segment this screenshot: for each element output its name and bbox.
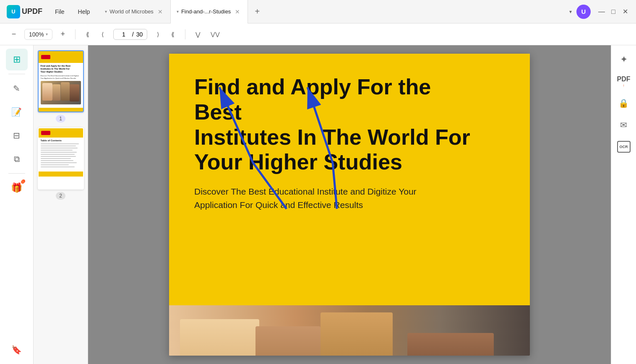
sidebar-icon-copy[interactable]: ⧉ xyxy=(6,148,28,170)
first-page-button[interactable]: ⟪ xyxy=(81,27,95,42)
thumb-logo-1 xyxy=(41,55,50,59)
right-icon-ai[interactable]: ✦ xyxy=(615,50,633,69)
scroll-down-button[interactable]: ⋁ xyxy=(190,27,205,42)
thumb-number-2: 2 xyxy=(56,192,65,200)
file-menu[interactable]: File xyxy=(49,6,70,18)
right-icon-convert-pdf[interactable]: PDF ↑ xyxy=(615,72,633,91)
thumb-frame-1[interactable]: Find and Apply for the Best Institutes I… xyxy=(38,50,84,112)
thumb-logo-2 xyxy=(41,131,50,135)
students-photo xyxy=(169,305,530,356)
thumb-image-1 xyxy=(41,81,81,104)
collapse-tabs-button[interactable]: ▾ xyxy=(566,8,575,16)
thumbnail-panel: Find and Apply for the Best Institutes I… xyxy=(34,45,88,364)
sidebar-divider-1 xyxy=(8,74,25,74)
right-icon-ocr[interactable]: OCR xyxy=(615,138,633,156)
toolbar-separator-1 xyxy=(75,29,76,39)
menu-bar: File Help xyxy=(49,6,96,18)
tab-label: World of Microbes xyxy=(109,8,154,15)
zoom-out-button[interactable]: − xyxy=(7,27,21,42)
toolbar: − 100% ▾ + ⟪ ⟨ / 30 ⟩ ⟪ ⋁ ⋁⋁ xyxy=(0,23,636,45)
pdf-image-area xyxy=(169,305,530,356)
toolbar-separator-2 xyxy=(185,29,185,39)
tab-world-of-microbes[interactable]: ▾ World of Microbes ✕ xyxy=(99,0,171,23)
thumb-toc-lines xyxy=(41,143,81,167)
zoom-dropdown-arrow: ▾ xyxy=(46,32,48,36)
updf-logo-text: UPDF xyxy=(22,7,42,16)
zoom-level-display[interactable]: 100% ▾ xyxy=(24,29,52,40)
last-page-button[interactable]: ⟪ xyxy=(166,27,180,42)
sidebar-icon-annotate[interactable]: 📝 xyxy=(6,101,28,123)
sidebar-icon-organize[interactable]: ⊟ xyxy=(6,125,28,146)
tab-dropdown-arrow-2: ▾ xyxy=(177,9,179,14)
minimize-button[interactable]: — xyxy=(597,8,606,16)
next-page-button[interactable]: ⟩ xyxy=(151,27,165,42)
pdf-page-content: Find and Apply For the Best Institutes I… xyxy=(169,54,530,305)
sidebar-icon-gift[interactable]: 🎁 xyxy=(6,177,28,199)
right-icon-email[interactable]: ✉ xyxy=(615,116,633,134)
sidebar-icon-thumbnail[interactable]: ⊞ xyxy=(6,49,28,70)
thumbnail-item-2: Table of Contents xyxy=(37,127,84,200)
thumb-frame-2[interactable]: Table of Contents xyxy=(38,127,84,190)
sidebar-icon-bookmark[interactable]: 🔖 xyxy=(6,339,28,361)
scroll-end-button[interactable]: ⋁⋁ xyxy=(208,27,222,42)
window-controls: U — □ ✕ xyxy=(576,5,636,19)
updf-logo: U UPDF xyxy=(0,5,49,18)
left-sidebar: ⊞ ✎ 📝 ⊟ ⧉ 🎁 🔖 xyxy=(0,45,34,364)
user-avatar[interactable]: U xyxy=(576,5,591,19)
main-content: ⊞ ✎ 📝 ⊟ ⧉ 🎁 🔖 xyxy=(0,45,636,364)
sidebar-divider-2 xyxy=(8,173,25,174)
updf-logo-icon: U xyxy=(7,5,20,18)
maximize-button[interactable]: □ xyxy=(609,8,618,16)
page-navigation: ⟪ ⟨ xyxy=(81,27,110,42)
prev-page-button[interactable]: ⟨ xyxy=(96,27,110,42)
page-navigation-next: ⟩ ⟪ xyxy=(151,27,180,42)
tab-label-2: Find-and-...r-Studies xyxy=(181,8,231,15)
help-menu[interactable]: Help xyxy=(72,6,96,18)
close-button[interactable]: ✕ xyxy=(621,8,629,16)
page-input-area: / 30 xyxy=(113,29,147,40)
current-page-input[interactable] xyxy=(118,31,130,38)
tabs-area: ▾ World of Microbes ✕ ▾ Find-and-...r-St… xyxy=(99,0,566,23)
page-separator: / xyxy=(132,31,134,38)
zoom-value: 100% xyxy=(29,31,44,38)
title-bar: U UPDF File Help ▾ World of Microbes ✕ ▾… xyxy=(0,0,636,23)
thumb-toc-title: Table of Contents xyxy=(41,139,81,142)
sidebar-icon-edit[interactable]: ✎ xyxy=(6,78,28,99)
new-tab-button[interactable]: + xyxy=(250,4,265,19)
tab-close-button[interactable]: ✕ xyxy=(156,8,164,16)
gift-badge xyxy=(22,179,25,183)
pdf-main-title: Find and Apply For the Best Institutes I… xyxy=(194,75,480,175)
right-sidebar: ✦ PDF ↑ 🔒 ✉ OCR xyxy=(611,45,636,364)
tab-find-studies[interactable]: ▾ Find-and-...r-Studies ✕ xyxy=(171,0,248,23)
thumbnail-item-1: Find and Apply for the Best Institutes I… xyxy=(37,50,84,122)
tab-dropdown-arrow: ▾ xyxy=(105,9,107,14)
pdf-subtitle: Discover The Best Educational Institute … xyxy=(194,185,438,211)
thumb-number-1: 1 xyxy=(56,115,65,122)
pdf-viewer[interactable]: Find and Apply For the Best Institutes I… xyxy=(88,45,611,364)
thumb-title-1: Find and Apply for the Best Institutes I… xyxy=(41,65,81,73)
pdf-page-1: Find and Apply For the Best Institutes I… xyxy=(169,54,530,356)
thumb-subtitle-1: Discover The Best Educational Institute … xyxy=(41,75,81,79)
zoom-in-button[interactable]: + xyxy=(56,27,70,42)
tab-close-button-2[interactable]: ✕ xyxy=(233,8,242,16)
total-pages: 30 xyxy=(136,31,143,38)
right-icon-protect[interactable]: 🔒 xyxy=(615,94,633,112)
